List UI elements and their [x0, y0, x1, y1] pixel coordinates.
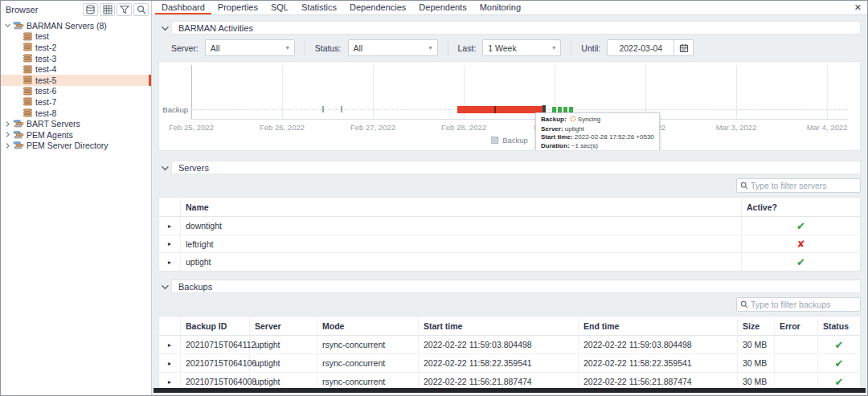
tab-dependents[interactable]: Dependents — [412, 1, 473, 14]
chevron-down-icon: ▾ — [424, 44, 432, 51]
chart-gridline — [191, 65, 192, 119]
tree-item-test-6[interactable]: test-6 — [1, 86, 151, 97]
cell-end-time: 2022-02-22 11:58:22.359541 — [579, 354, 738, 373]
until-date-input[interactable] — [607, 39, 674, 56]
tab-dashboard[interactable]: Dashboard — [155, 1, 211, 14]
browser-tree: BARMAN Servers (8)testtest-2test-3test-4… — [1, 18, 151, 395]
tree-item-test-3[interactable]: test-3 — [1, 53, 151, 64]
barman-server-icon — [23, 108, 33, 117]
expander-column-header — [159, 316, 181, 336]
x-axis-tick-label: Mar 4, 2022 — [795, 123, 859, 132]
active-check-icon: ✔ — [796, 220, 805, 232]
table-header-row: Backup IDServerModeStart timeEnd timeSiz… — [159, 316, 861, 336]
column-header-status: Status — [818, 316, 861, 336]
row-expander-icon[interactable]: ▸ — [159, 354, 181, 373]
cell-name: uptight — [181, 253, 742, 271]
chevron-down-icon[interactable] — [158, 164, 171, 172]
status-cell: ✔ — [742, 253, 861, 271]
backups-filter-input[interactable] — [751, 300, 857, 309]
table-row[interactable]: ▸leftright✘ — [159, 235, 861, 253]
backups-search-row — [158, 297, 861, 312]
until-filter-label: Until: — [581, 43, 600, 53]
tab-bar: DashboardPropertiesSQLStatisticsDependen… — [152, 1, 867, 15]
tree-item-label: test-6 — [35, 86, 56, 96]
column-header-server: Server — [250, 316, 317, 336]
servers-filter-input[interactable] — [751, 181, 857, 190]
server-filter-select[interactable]: All ▾ — [205, 39, 295, 56]
chevron-right-icon[interactable] — [2, 131, 12, 138]
servers-search-row — [158, 178, 861, 193]
tab-monitoring[interactable]: Monitoring — [473, 1, 527, 14]
chevron-down-icon[interactable] — [158, 24, 171, 32]
tab-properties[interactable]: Properties — [211, 1, 264, 14]
chevron-right-icon[interactable] — [2, 142, 12, 149]
search-icon — [740, 182, 748, 190]
tree-item-bart-servers[interactable]: BART Servers — [1, 118, 151, 129]
cell-size: 30 MB — [738, 336, 775, 354]
filter-icon[interactable] — [117, 3, 132, 16]
tab-dependencies[interactable]: Dependencies — [343, 1, 412, 14]
server-filter-label: Server: — [171, 43, 199, 53]
chevron-down-icon[interactable] — [2, 22, 12, 29]
barman-activities-title: BARMAN Activities — [178, 23, 253, 33]
row-expander-icon[interactable]: ▸ — [159, 253, 181, 271]
close-icon[interactable]: ✕ — [854, 2, 862, 13]
row-expander-icon[interactable]: ▸ — [159, 336, 181, 354]
tree-item-test-7[interactable]: test-7 — [1, 96, 151, 108]
browser-panel: Browser BARMAN Servers (8)testtest-2test… — [1, 1, 152, 395]
table-row[interactable]: ▸uptight✔ — [159, 253, 861, 271]
row-expander-icon[interactable]: ▸ — [159, 235, 181, 253]
backup-row-label: Backup — [161, 105, 188, 114]
tab-statistics[interactable]: Statistics — [295, 1, 343, 14]
divider — [448, 40, 448, 56]
tree-item-label: test-5 — [35, 76, 56, 85]
backups-search-box — [736, 297, 861, 312]
column-header-start-time: Start time — [419, 316, 579, 336]
backup-bar — [457, 106, 542, 113]
activities-timeline-chart: Feb 25, 2022Feb 26, 2022Feb 27, 2022Feb … — [158, 61, 861, 151]
column-header-error: Error — [775, 316, 818, 336]
last-filter-select[interactable]: 1 Week ▾ — [482, 39, 561, 56]
tree-item-test-5[interactable]: test-5 — [1, 75, 151, 86]
dashboard-content: BARMAN Activities Server: All ▾ Status: … — [152, 15, 867, 395]
chevron-down-icon: ▾ — [547, 44, 555, 51]
tree-item-pem-server-directory[interactable]: PEM Server Directory — [1, 141, 151, 152]
tab-sql[interactable]: SQL — [264, 1, 295, 14]
tooltip-line: Duration: ~1 sec(s) — [541, 142, 654, 151]
tree-item-test-4[interactable]: test-4 — [1, 63, 151, 75]
horizontal-scrollbar[interactable] — [154, 388, 866, 393]
syncing-dash — [563, 107, 567, 112]
tree-item-test[interactable]: test — [1, 31, 151, 43]
chevron-down-icon[interactable] — [158, 283, 171, 291]
status-filter-select[interactable]: All ▾ — [348, 39, 438, 56]
tree-item-label: BART Servers — [27, 119, 80, 129]
cell-mode: rsync-concurrent — [317, 336, 419, 354]
column-header-mode: Mode — [317, 316, 419, 336]
status-cell: ✔ — [818, 354, 861, 373]
tree-item-test-2[interactable]: test-2 — [1, 42, 151, 53]
search-icon[interactable] — [133, 3, 149, 16]
chart-gridline — [282, 65, 283, 119]
server-group-icon — [13, 119, 24, 129]
table-row[interactable]: ▸20210715T064106uptightrsync-concurrent2… — [159, 354, 861, 373]
servers-icon[interactable] — [83, 3, 98, 16]
column-header-backup-id: Backup ID — [181, 316, 250, 336]
barman-server-icon — [23, 43, 33, 51]
row-expander-icon[interactable]: ▸ — [159, 217, 181, 235]
x-axis-tick-label: Feb 26, 2022 — [250, 123, 314, 132]
tree-item-pem-agents[interactable]: PEM Agents — [1, 129, 151, 141]
spinner-icon — [570, 116, 576, 125]
barman-activities-header: BARMAN Activities — [171, 21, 861, 35]
tree-item-label: test-8 — [35, 108, 56, 118]
tree-item-test-8[interactable]: test-8 — [1, 108, 151, 119]
cell-error — [775, 354, 818, 373]
syncing-dash — [558, 107, 562, 112]
column-header-active: Active? — [742, 198, 861, 217]
tree-item-barman-servers-8[interactable]: BARMAN Servers (8) — [1, 20, 151, 31]
table-row[interactable]: ▸20210715T064112uptightrsync-concurrent2… — [159, 336, 861, 354]
calendar-icon[interactable] — [674, 39, 694, 56]
chevron-right-icon[interactable] — [2, 120, 12, 128]
grid-icon[interactable] — [100, 3, 115, 16]
column-header-name: Name — [181, 198, 742, 217]
table-row[interactable]: ▸downtight✔ — [159, 217, 861, 235]
